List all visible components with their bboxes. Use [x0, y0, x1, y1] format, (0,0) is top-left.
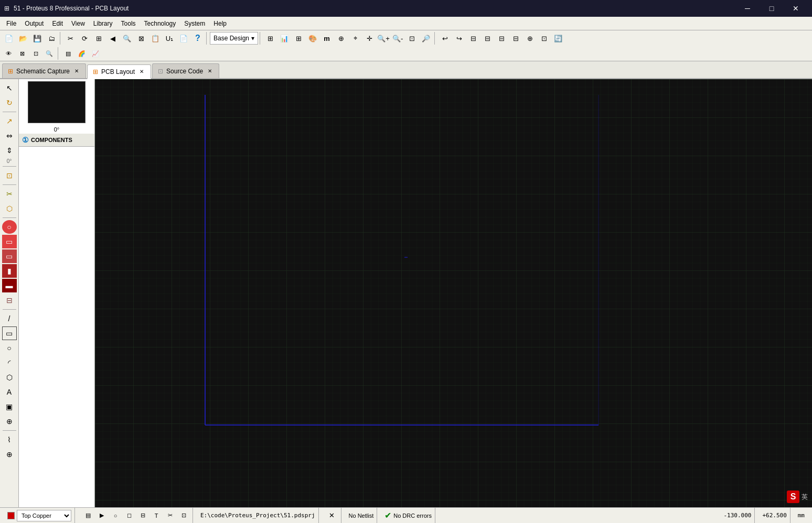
origin-button[interactable]: ⌖ — [348, 31, 362, 45]
poly-tool[interactable]: ⬡ — [2, 371, 17, 384]
grid2-button[interactable]: ⊞ — [292, 31, 305, 45]
stack-tool[interactable]: ⊟ — [2, 293, 17, 307]
add-layer-button[interactable]: ⊞ — [263, 31, 277, 45]
graph-button[interactable]: 📊 — [277, 31, 291, 45]
menu-library[interactable]: Library — [89, 18, 117, 29]
shape1-tool[interactable]: ▮ — [2, 264, 17, 278]
coord-y-section: +62.500 — [759, 508, 790, 523]
redo-button[interactable]: ↪ — [452, 31, 466, 45]
comp-tool[interactable]: ⊡ — [2, 169, 17, 182]
pan-h-tool[interactable]: ⇔ — [2, 129, 17, 143]
comp-list-button[interactable]: ▤ — [62, 48, 74, 59]
netlist-button[interactable]: ⊡ — [29, 48, 42, 59]
color2-button[interactable]: 🌈 — [76, 48, 88, 59]
maximize-button[interactable]: □ — [760, 0, 784, 17]
pad-tool[interactable]: ✂ — [2, 187, 17, 201]
meter-button[interactable]: m — [320, 31, 334, 45]
menu-output[interactable]: Output — [20, 18, 48, 29]
origin-tool[interactable]: ⊕ — [2, 448, 17, 461]
component-header-icon: ① — [22, 136, 29, 144]
route1-button[interactable]: ⊟ — [466, 31, 480, 45]
menu-view[interactable]: View — [67, 18, 89, 29]
layer-vis-button[interactable]: 👁 — [2, 48, 15, 59]
preview-box — [28, 81, 86, 123]
route4-button[interactable]: ⊟ — [509, 31, 522, 45]
design-dropdown[interactable]: Base Design ▾ — [210, 32, 258, 45]
status-tool-5[interactable]: ⊟ — [137, 510, 148, 521]
save-all-button[interactable]: 🗂 — [45, 31, 58, 45]
proteus-lang-indicator: 英 — [802, 493, 808, 502]
status-tool-2[interactable]: ▶ — [96, 510, 108, 521]
cross2-button[interactable]: ✛ — [362, 31, 376, 45]
search2-button[interactable]: 🔍 — [43, 48, 56, 59]
fit-button[interactable]: ⊡ — [537, 31, 551, 45]
menu-edit[interactable]: Edit — [48, 18, 67, 29]
close-button[interactable]: ✕ — [784, 0, 808, 17]
rotate-cw-tool[interactable]: ↻ — [2, 96, 17, 110]
canvas-area[interactable]: S 英 — [95, 79, 812, 507]
tab-schematic[interactable]: ⊞ Schematic Capture ✕ — [2, 63, 86, 78]
open-button[interactable]: 📂 — [16, 31, 30, 45]
route2-button[interactable]: ⊟ — [480, 31, 494, 45]
source-tab-close[interactable]: ✕ — [206, 68, 213, 75]
text-tool[interactable]: A — [2, 385, 17, 399]
pcb-tab-close[interactable]: ✕ — [138, 68, 145, 75]
status-tool-1[interactable]: ▤ — [82, 510, 94, 521]
status-tool-3[interactable]: ○ — [110, 510, 121, 521]
pan-v-tool[interactable]: ⇕ — [2, 144, 17, 157]
doc-button[interactable]: 📄 — [177, 31, 190, 45]
drc-button[interactable]: ⊠ — [16, 48, 28, 59]
rrect-tool[interactable]: ▭ — [2, 249, 17, 263]
measure-tool[interactable]: ⌇ — [2, 433, 17, 446]
menu-technology[interactable]: Technology — [140, 18, 180, 29]
grid-button[interactable]: ⊠ — [134, 31, 148, 45]
zoom-area-button[interactable]: 🔎 — [419, 31, 433, 45]
new-button[interactable]: 📄 — [2, 31, 16, 45]
via-tool[interactable]: ⬡ — [2, 202, 17, 215]
menu-help[interactable]: Help — [209, 18, 231, 29]
annotate-button[interactable]: U₁ — [163, 31, 176, 45]
route3-button[interactable]: ⊟ — [495, 31, 508, 45]
undo-button[interactable]: ↩ — [438, 31, 452, 45]
help-btn2[interactable]: ? — [191, 31, 205, 45]
save-button[interactable]: 💾 — [30, 31, 44, 45]
circle-tool[interactable]: ○ — [2, 341, 17, 355]
tab-pcb[interactable]: ⊞ PCB Layout ✕ — [87, 64, 151, 79]
zoom-in-button[interactable]: 🔍+ — [377, 31, 390, 45]
menu-system[interactable]: System — [180, 18, 209, 29]
minimize-button[interactable]: ─ — [735, 0, 760, 17]
board-button[interactable]: ⊞ — [92, 31, 105, 45]
zoom-button[interactable]: 🔍 — [120, 31, 134, 45]
sync-button[interactable]: ⟳ — [78, 31, 91, 45]
status-tool-8[interactable]: ⊡ — [178, 510, 189, 521]
bom-button[interactable]: 📋 — [148, 31, 162, 45]
color-button[interactable]: 🎨 — [306, 31, 319, 45]
crosshair-button[interactable]: ⊕ — [334, 31, 348, 45]
box-tool[interactable]: ▭ — [2, 326, 17, 340]
cancel-button[interactable]: ✕ — [326, 510, 338, 521]
schematic-tab-close[interactable]: ✕ — [73, 68, 80, 75]
shape2-tool[interactable]: ▬ — [2, 279, 17, 292]
line-tool[interactable]: / — [2, 312, 17, 325]
zoom3-button[interactable]: ⊕ — [523, 31, 537, 45]
status-tool-7[interactable]: ✂ — [164, 510, 176, 521]
back-button[interactable]: ◀ — [106, 31, 120, 45]
menu-tools[interactable]: Tools — [117, 18, 140, 29]
menu-file[interactable]: File — [2, 18, 20, 29]
status-tool-4[interactable]: ◻ — [123, 510, 135, 521]
layer-select[interactable]: Top Copper Bottom Copper Top Silk Bottom… — [17, 510, 71, 521]
symbol-tool[interactable]: ▣ — [2, 400, 17, 413]
refresh-button[interactable]: 🔄 — [551, 31, 565, 45]
zoom-fit-button[interactable]: ⊡ — [405, 31, 419, 45]
oval-tool[interactable]: ○ — [2, 220, 17, 234]
select-tool[interactable]: ↖ — [2, 81, 17, 95]
zoom-out-button[interactable]: 🔍- — [391, 31, 404, 45]
wire-tool[interactable]: ↗ — [2, 114, 17, 128]
tab-source[interactable]: ⊡ Source Code ✕ — [152, 63, 219, 78]
chart-button[interactable]: 📈 — [89, 48, 102, 59]
rect-tool[interactable]: ▭ — [2, 235, 17, 248]
status-tool-6[interactable]: T — [151, 510, 162, 521]
cut-button[interactable]: ✂ — [63, 31, 77, 45]
cross-tool[interactable]: ⊕ — [2, 415, 17, 428]
arc-tool[interactable]: ◜ — [2, 356, 17, 369]
